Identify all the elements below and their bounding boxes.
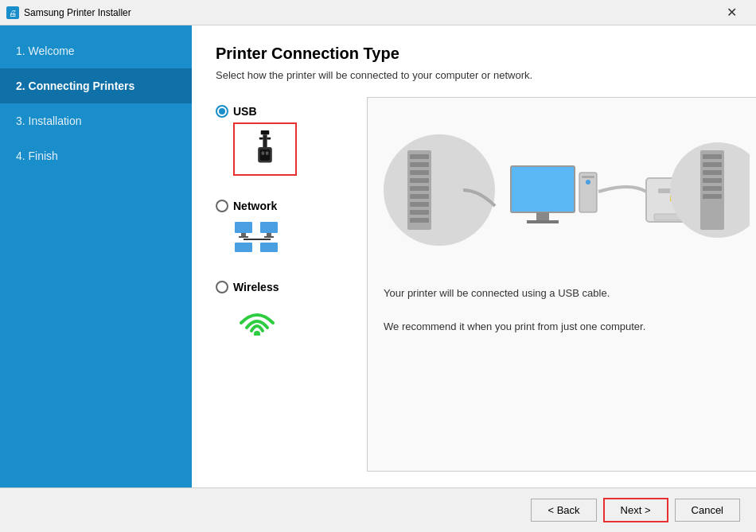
svg-rect-25 <box>410 178 429 183</box>
network-radio[interactable] <box>216 200 228 212</box>
svg-rect-2 <box>261 130 270 134</box>
network-label-row: Network <box>216 200 277 212</box>
content-area: Printer Connection Type Select how the p… <box>192 25 756 487</box>
svg-point-20 <box>384 134 495 246</box>
close-button[interactable]: ✕ <box>713 0 750 25</box>
wireless-radio[interactable] <box>216 281 228 293</box>
page-title: Printer Connection Type <box>216 45 732 63</box>
svg-rect-29 <box>410 210 429 215</box>
svg-rect-18 <box>260 243 278 252</box>
usb-label: USB <box>233 105 257 118</box>
svg-rect-45 <box>703 154 722 159</box>
svg-rect-8 <box>262 151 265 154</box>
svg-rect-17 <box>235 243 252 252</box>
usb-icon-area <box>233 122 297 176</box>
svg-rect-7 <box>260 150 270 161</box>
main-container: 1. Welcome 2. Connecting Printers 3. Ins… <box>0 25 756 487</box>
bottom-bar: < Back Next > Cancel <box>0 487 756 532</box>
wireless-label: Wireless <box>233 281 279 293</box>
svg-rect-4 <box>259 138 263 140</box>
network-label: Network <box>233 200 277 212</box>
network-option[interactable]: Network <box>216 200 359 257</box>
network-icon <box>233 220 281 254</box>
svg-rect-33 <box>527 220 559 223</box>
usb-label-row: USB <box>216 105 257 118</box>
svg-rect-26 <box>410 186 429 191</box>
wireless-label-row: Wireless <box>216 281 279 293</box>
svg-rect-3 <box>263 134 267 147</box>
wireless-option[interactable]: Wireless <box>216 281 359 338</box>
svg-rect-24 <box>410 170 429 175</box>
options-column: USB <box>216 97 359 472</box>
sidebar-item-connecting[interactable]: 2. Connecting Printers <box>0 68 192 103</box>
wifi-icon <box>233 301 281 336</box>
svg-rect-35 <box>582 176 594 178</box>
svg-rect-34 <box>579 173 597 212</box>
svg-rect-30 <box>410 218 429 223</box>
back-button[interactable]: < Back <box>531 499 596 522</box>
svg-rect-47 <box>703 170 722 175</box>
svg-rect-50 <box>703 194 722 199</box>
svg-rect-14 <box>267 233 271 236</box>
preview-description: Your printer will be connected using a U… <box>384 285 750 335</box>
svg-rect-12 <box>239 236 248 238</box>
svg-point-19 <box>254 331 260 336</box>
svg-rect-5 <box>267 138 271 140</box>
svg-rect-10 <box>235 222 252 233</box>
preview-desc-line1: Your printer will be connected using a U… <box>384 285 750 302</box>
usb-selected-box <box>233 122 297 176</box>
svg-rect-46 <box>703 162 722 167</box>
sidebar-item-finish[interactable]: 4. Finish <box>0 138 192 173</box>
svg-rect-22 <box>410 154 429 159</box>
connection-area: USB <box>216 97 732 472</box>
svg-rect-28 <box>410 202 429 207</box>
sidebar-item-installation[interactable]: 3. Installation <box>0 103 192 138</box>
preview-desc-line2: We recommend it when you print from just… <box>384 319 750 336</box>
sidebar: 1. Welcome 2. Connecting Printers 3. Ins… <box>0 25 192 487</box>
svg-rect-9 <box>266 151 269 154</box>
preview-panel: Your printer will be connected using a U… <box>367 97 756 472</box>
sidebar-item-welcome[interactable]: 1. Welcome <box>0 33 192 68</box>
titlebar: 🖨 Samsung Printer Installer ✕ <box>0 0 756 25</box>
network-icon-area <box>233 217 281 257</box>
svg-point-36 <box>586 180 590 184</box>
svg-text:🖨: 🖨 <box>9 9 17 17</box>
svg-rect-11 <box>241 233 246 236</box>
usb-option[interactable]: USB <box>216 105 359 176</box>
svg-rect-49 <box>703 186 722 191</box>
usb-icon <box>249 130 281 168</box>
titlebar-title: Samsung Printer Installer <box>24 7 713 18</box>
svg-rect-31 <box>511 166 575 212</box>
svg-rect-13 <box>260 222 278 233</box>
svg-rect-48 <box>703 178 722 183</box>
svg-rect-23 <box>410 162 429 167</box>
wireless-icon-area <box>233 298 281 338</box>
next-button[interactable]: Next > <box>603 498 668 522</box>
usb-radio[interactable] <box>216 105 228 118</box>
preview-image-area <box>384 111 750 270</box>
svg-rect-15 <box>264 236 274 238</box>
svg-rect-32 <box>536 212 549 220</box>
app-icon: 🖨 <box>6 6 19 19</box>
cancel-button[interactable]: Cancel <box>675 499 740 522</box>
page-subtitle: Select how the printer will be connected… <box>216 69 732 81</box>
svg-rect-27 <box>410 194 429 199</box>
